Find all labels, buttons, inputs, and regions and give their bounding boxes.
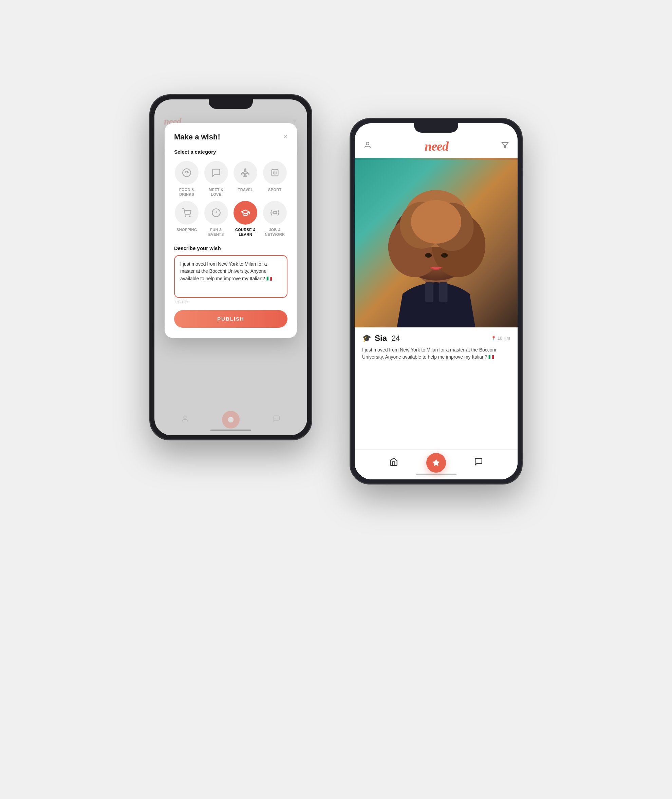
modal-close-button[interactable]: × [283, 133, 288, 141]
modal-header: Make a wish! × [174, 133, 288, 141]
notch-left [209, 99, 253, 109]
profile-icon-right[interactable] [363, 141, 372, 151]
fun-icon-wrap [204, 201, 228, 225]
svg-marker-8 [502, 142, 508, 148]
nav-profile-icon-left [181, 415, 189, 424]
profile-bio: I just moved from New York to Milan for … [362, 347, 510, 361]
category-sport[interactable]: SPORT [262, 161, 288, 197]
pin-icon: 📍 [491, 336, 496, 340]
wish-textarea-wrap[interactable]: I just moved from New York to Milan for … [174, 255, 288, 298]
svg-point-5 [184, 415, 186, 418]
category-fun[interactable]: FUN &EVENTS [204, 201, 229, 237]
phones-container: need ▼ Make a wish! × Select a category [149, 77, 523, 722]
profile-name: Sia [375, 334, 387, 343]
category-meet[interactable]: MEET &LOVE [204, 161, 229, 197]
profile-age: 24 [392, 334, 400, 343]
nav-chat-right[interactable] [474, 457, 483, 468]
profile-photo [355, 158, 518, 328]
svg-point-4 [274, 212, 276, 214]
distance-value: 18 Km [497, 336, 510, 340]
nav-star-right[interactable] [426, 453, 446, 473]
travel-label: TRAVEL [238, 187, 253, 192]
svg-point-2 [189, 216, 190, 216]
sport-label: SPORT [268, 187, 282, 192]
category-section-label: Select a category [174, 149, 288, 155]
describe-label: Describe your wish [174, 245, 288, 251]
modal-title: Make a wish! [174, 133, 220, 141]
meet-icon-wrap [204, 161, 228, 185]
svg-marker-24 [432, 459, 440, 466]
category-shopping[interactable]: SHOPPING [174, 201, 200, 237]
category-job[interactable]: JOB &NETWORK [262, 201, 288, 237]
profile-category-icon: 🎓 [362, 334, 371, 343]
profile-info: 🎓 Sia 24 📍 18 Km I just moved from New Y… [355, 328, 518, 449]
category-travel[interactable]: TRAVEL [233, 161, 258, 197]
left-bottom-nav [154, 411, 307, 428]
course-icon-wrap [234, 201, 257, 225]
right-phone-content: need [355, 123, 518, 479]
modal-overlay: Make a wish! × Select a category [154, 99, 307, 435]
course-label: COURSE &LEARN [235, 227, 256, 237]
publish-button[interactable]: PUBLISH [174, 310, 288, 328]
svg-point-6 [228, 417, 234, 422]
phone-right: need [350, 118, 523, 484]
filter-icon-right[interactable] [501, 141, 509, 151]
right-logo: need [425, 139, 448, 154]
category-food[interactable]: FOOD &DRINKS [174, 161, 200, 197]
phone-right-inner: need [355, 123, 518, 479]
fun-label: FUN &EVENTS [208, 227, 224, 237]
shopping-icon-wrap [175, 201, 198, 225]
sport-icon-wrap [263, 161, 287, 185]
notch-right [414, 123, 458, 133]
profile-name-left: 🎓 Sia 24 [362, 334, 400, 343]
svg-rect-23 [439, 282, 448, 302]
category-course[interactable]: COURSE &LEARN [233, 201, 258, 237]
char-count: 120/160 [174, 300, 288, 304]
phone-left-inner: need ▼ Make a wish! × Select a category [154, 99, 307, 435]
profile-name-row: 🎓 Sia 24 📍 18 Km [362, 334, 510, 343]
meet-label: MEET &LOVE [209, 187, 223, 197]
phone-left: need ▼ Make a wish! × Select a category [149, 94, 312, 440]
home-indicator-right [416, 474, 456, 475]
nav-chat-icon-left [273, 415, 280, 424]
profile-distance: 📍 18 Km [491, 336, 510, 340]
svg-rect-22 [425, 282, 434, 302]
modal-card: Make a wish! × Select a category [165, 123, 297, 338]
shopping-label: SHOPPING [176, 227, 197, 232]
categories-grid: FOOD &DRINKS MEET &LOVE [174, 161, 288, 237]
svg-point-21 [441, 253, 448, 257]
job-icon-wrap [263, 201, 287, 225]
travel-icon-wrap [234, 161, 257, 185]
svg-point-19 [411, 200, 461, 243]
nav-center-button-left [222, 411, 240, 428]
home-indicator-left [210, 430, 251, 431]
svg-point-20 [425, 253, 432, 257]
nav-home-right[interactable] [389, 457, 398, 468]
wish-textarea[interactable]: I just moved from New York to Milan for … [180, 260, 282, 291]
left-phone-content: need ▼ Make a wish! × Select a category [154, 99, 307, 435]
food-label: FOOD &DRINKS [179, 187, 194, 197]
svg-point-7 [366, 142, 369, 145]
svg-point-1 [185, 216, 186, 216]
job-label: JOB &NETWORK [265, 227, 285, 237]
food-icon-wrap [175, 161, 198, 185]
